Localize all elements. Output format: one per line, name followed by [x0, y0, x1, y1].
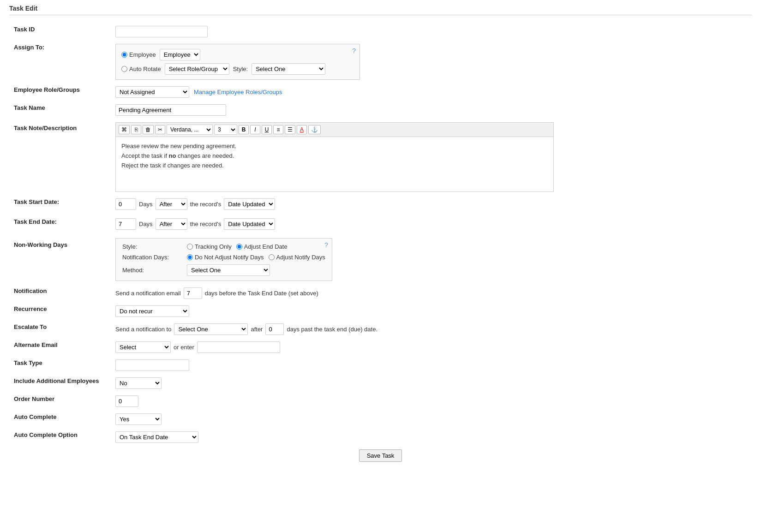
alternate-email-label: Alternate Email — [9, 338, 111, 356]
start-days-input[interactable] — [115, 198, 136, 210]
auto-complete-label: Auto Complete — [9, 410, 111, 428]
nw-method-row: Method: Select One — [122, 264, 325, 276]
start-days-label: Days — [139, 201, 153, 208]
rte-ul-btn[interactable]: ☰ — [285, 125, 295, 134]
end-date-field-select[interactable]: Date Updated Date Created — [224, 218, 275, 230]
alternate-email-input[interactable] — [197, 341, 280, 353]
tracking-only-radio[interactable] — [187, 244, 193, 250]
employee-radio-text: Employee — [129, 51, 156, 58]
auto-rotate-radio-text: Auto Rotate — [129, 66, 161, 72]
recurrence-label: Recurrence — [9, 302, 111, 320]
employee-radio[interactable] — [121, 52, 127, 58]
rte-delete-btn[interactable]: 🗑 — [143, 125, 154, 134]
escalate-row: Send a notification to Select One after … — [115, 323, 747, 335]
non-working-days-box: ? Style: Tracking Only Adjust End Date N… — [115, 238, 332, 281]
manage-roles-link[interactable]: Manage Employee Roles/Groups — [194, 89, 282, 96]
assign-help-icon[interactable]: ? — [352, 47, 356, 54]
not-assigned-select[interactable]: Not Assigned — [115, 86, 189, 98]
task-note-label: Task Note/Description — [9, 119, 111, 195]
rte-line1: Please review the new pending agreement. — [121, 142, 548, 151]
rte-ol-btn[interactable]: ≡ — [273, 125, 283, 134]
save-task-button[interactable]: Save Task — [359, 449, 402, 462]
order-number-input[interactable] — [115, 395, 138, 407]
or-enter-label: or enter — [174, 344, 194, 351]
task-type-input[interactable] — [115, 359, 189, 371]
style-select[interactable]: Select One — [252, 63, 325, 75]
rich-text-editor: ⌘ ⎘ 🗑 ✂ Verdana, ... 3 12456 B I U ≡ ☰ — [115, 122, 554, 192]
rte-cut-btn[interactable]: ✂ — [155, 125, 165, 134]
order-number-label: Order Number — [9, 392, 111, 410]
rte-copy-btn[interactable]: ⎘ — [131, 125, 141, 134]
alternate-email-select[interactable]: Select — [115, 341, 171, 353]
auto-complete-option-select[interactable]: On Task End Date — [115, 431, 198, 443]
nw-notification-row: Notification Days: Do Not Adjust Notify … — [122, 254, 325, 261]
rte-toolbar: ⌘ ⎘ 🗑 ✂ Verdana, ... 3 12456 B I U ≡ ☰ — [115, 122, 554, 137]
task-start-date-label: Task Start Date: — [9, 195, 111, 215]
start-records-label: the record's — [190, 201, 222, 208]
notification-days-input[interactable] — [184, 287, 202, 299]
end-days-label: Days — [139, 221, 153, 227]
rte-link-btn[interactable]: ⚓ — [308, 125, 321, 134]
nw-notification-label: Notification Days: — [122, 254, 182, 261]
nw-style-label: Style: — [122, 243, 182, 250]
escalate-suffix: days past the task end (due) date. — [287, 326, 378, 333]
task-start-date-row: Days After Before the record's Date Upda… — [115, 198, 747, 210]
non-working-days-label: Non-Working Days — [9, 235, 111, 284]
end-after-select[interactable]: After Before — [156, 218, 187, 230]
notification-suffix: days before the Task End Date (set above… — [205, 290, 318, 297]
rte-paste-btn[interactable]: ⌘ — [119, 125, 130, 134]
do-not-adjust-radio[interactable] — [187, 254, 193, 260]
section-title: Task Edit — [9, 5, 752, 15]
rte-bold-btn[interactable]: B — [239, 125, 249, 134]
rte-color-btn[interactable]: A — [297, 125, 307, 134]
recurrence-select[interactable]: Do not recur Daily Weekly Monthly Yearly — [115, 305, 189, 317]
tracking-only-label[interactable]: Tracking Only — [187, 243, 232, 250]
rte-italic-btn[interactable]: I — [250, 125, 260, 134]
employee-role-groups-label: Employee Role/Groups — [9, 83, 111, 101]
rte-font-select[interactable]: Verdana, ... — [167, 125, 213, 135]
include-additional-label: Include Additional Employees — [9, 374, 111, 392]
auto-complete-option-label: Auto Complete Option — [9, 428, 111, 446]
notification-label: Notification — [9, 284, 111, 302]
nw-style-row: Style: Tracking Only Adjust End Date — [122, 243, 325, 250]
include-additional-select[interactable]: No Yes — [115, 377, 162, 389]
end-records-label: the record's — [190, 221, 222, 227]
start-after-select[interactable]: After Before — [156, 198, 187, 210]
adjust-notify-text: Adjust Notify Days — [276, 254, 325, 261]
employee-radio-label[interactable]: Employee — [121, 51, 156, 58]
start-date-field-select[interactable]: Date Updated Date Created — [224, 198, 275, 210]
adjust-end-date-label[interactable]: Adjust End Date — [236, 243, 288, 250]
task-id-input[interactable] — [115, 26, 208, 37]
do-not-adjust-text: Do Not Adjust Notify Days — [195, 254, 264, 261]
task-end-date-row: Days After Before the record's Date Upda… — [115, 218, 747, 230]
non-working-help-icon[interactable]: ? — [324, 241, 328, 249]
adjust-end-date-radio[interactable] — [236, 244, 242, 250]
task-end-date-label: Task End Date: — [9, 215, 111, 235]
rte-line2: Accept the task if no changes are needed… — [121, 151, 548, 161]
adjust-notify-radio[interactable] — [269, 254, 275, 260]
auto-rotate-radio[interactable] — [121, 66, 127, 72]
do-not-adjust-label[interactable]: Do Not Adjust Notify Days — [187, 254, 264, 261]
employee-select[interactable]: Employee — [160, 49, 200, 60]
task-id-label: Task ID — [9, 23, 111, 41]
save-row: Save Task — [9, 446, 752, 465]
role-group-select[interactable]: Select Role/Group — [165, 63, 229, 75]
escalate-days-input[interactable] — [265, 323, 284, 335]
auto-complete-select[interactable]: Yes No — [115, 413, 162, 425]
rte-size-select[interactable]: 3 12456 — [214, 125, 237, 135]
tracking-only-text: Tracking Only — [195, 243, 232, 250]
rte-underline-btn[interactable]: U — [262, 125, 272, 134]
escalate-after-label: after — [251, 326, 263, 333]
escalate-select[interactable]: Select One — [174, 323, 248, 335]
task-name-label: Task Name — [9, 101, 111, 119]
notification-row: Send a notification email days before th… — [115, 287, 747, 299]
alternate-email-row: Select or enter — [115, 341, 747, 353]
task-name-input[interactable] — [115, 104, 226, 116]
end-days-input[interactable] — [115, 218, 136, 230]
assign-to-box: ? Employee Employee Auto Rotate — [115, 44, 360, 80]
escalate-to-label: Escalate To — [9, 320, 111, 338]
rte-content-area[interactable]: Please review the new pending agreement.… — [115, 137, 554, 192]
adjust-notify-label[interactable]: Adjust Notify Days — [269, 254, 325, 261]
nw-method-select[interactable]: Select One — [187, 264, 270, 276]
auto-rotate-radio-label[interactable]: Auto Rotate — [121, 66, 161, 72]
